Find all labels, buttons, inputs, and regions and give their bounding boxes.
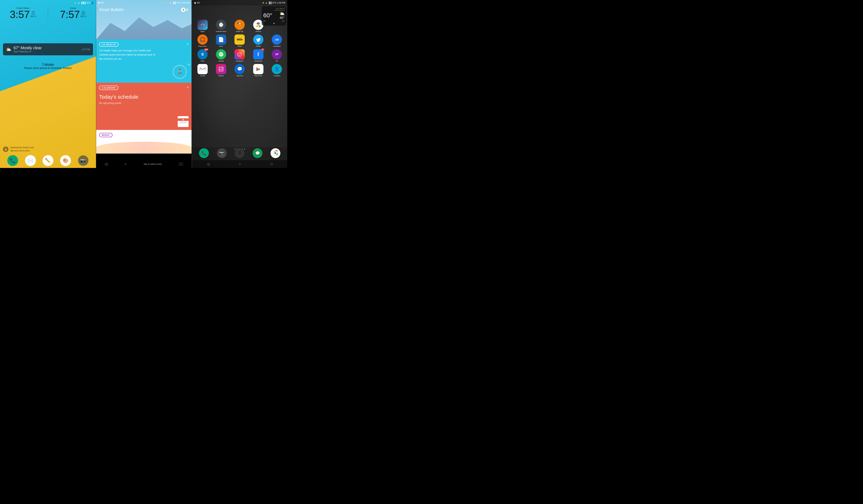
calendar-title: Today's schedule: [99, 94, 189, 100]
calendar-label: CALENDAR: [99, 86, 118, 90]
dock-messenger[interactable]: ⠿: [235, 148, 245, 158]
widget-rain: 🌧: [263, 23, 285, 24]
avatar-icon: 👤: [91, 2, 94, 4]
dock-camera-icon: 📷: [217, 148, 227, 158]
app-contacts[interactable]: 👤 Contacts: [268, 64, 286, 77]
contacts-icon: 👤: [272, 64, 282, 74]
spotify-label: Spotify: [218, 60, 224, 62]
app-slack[interactable]: Slack: [194, 20, 211, 33]
calendar-subtitle: No upcoming event: [99, 102, 189, 105]
clock-kr-date: MAY 9: [80, 15, 86, 17]
dock-hangouts[interactable]: 💬: [253, 148, 262, 158]
facebook-icon: f 3: [253, 49, 263, 60]
app-1weather[interactable]: 1W 1Weather: [268, 35, 286, 47]
dock-phone[interactable]: 📞: [7, 155, 18, 166]
app-android-wear[interactable]: ⌚ Android Wear: [212, 20, 230, 33]
field-trip-label: Field Trip: [236, 30, 243, 33]
home-time: 2:06 PM: [277, 2, 285, 4]
select-button[interactable]: ec: [179, 163, 183, 166]
clock-kr-ampm: AM: [80, 11, 86, 13]
hipchat-label: HipChat: [236, 75, 243, 77]
health-label: LG HEALTH: [99, 42, 118, 47]
dock-chrome[interactable]: [271, 148, 280, 158]
app-spotify[interactable]: Spotify: [212, 49, 230, 62]
widget-day-location: Sun. May 10 San Francisco: [263, 8, 285, 11]
play-store-icon: [253, 64, 263, 74]
home-bt-icon: ⚡: [262, 2, 265, 4]
home-button[interactable]: ○: [124, 162, 126, 166]
bulletin-nav: ◁ ○ Tap to select music ec: [96, 160, 191, 168]
app-facebook[interactable]: f 3 Facebook: [249, 49, 267, 62]
app-up[interactable]: UP UP: [268, 49, 286, 62]
home-back-btn[interactable]: ◁: [207, 162, 209, 166]
home-status-temp: 60°: [197, 2, 200, 4]
cal-menu-icon[interactable]: ≡: [187, 86, 189, 89]
signal-icon2: ▐▐: [172, 2, 176, 4]
facebook-badge: 3: [261, 49, 264, 51]
widget-weather-icon: ⛅: [279, 11, 285, 16]
clock-us-day: FRI: [30, 13, 36, 15]
smart-lock-notice[interactable]: 🔓 Unlocked by Smart Lock. Tap lock icon …: [3, 146, 34, 152]
play-store-label: Play Store: [254, 75, 262, 77]
dock-gallery[interactable]: 🎨: [60, 155, 71, 166]
bluetooth-icon: ⚡: [74, 2, 77, 4]
app-hipchat[interactable]: 💬 HipChat: [231, 64, 249, 77]
app-play-music[interactable]: 🎧 Play Music: [194, 35, 211, 47]
nine-label: Nine: [201, 60, 204, 62]
smart-lock-text: Unlocked by Smart Lock. Tap lock icon to…: [10, 146, 34, 152]
app-imdb[interactable]: IMDb IMDb: [231, 35, 249, 47]
svg-point-5: [239, 53, 240, 55]
home-home-btn[interactable]: ○: [239, 162, 241, 166]
bulletin-status-right: ⚡ ▲ ▐▐ 57% 2:05 PM: [166, 2, 189, 4]
calendar-icon: ▦: [178, 116, 189, 127]
widget-temp: 60°: [263, 12, 272, 19]
lg-health-card[interactable]: ≡ LG HEALTH LG Health helps you manage y…: [96, 39, 191, 83]
back-button[interactable]: ◁: [105, 162, 108, 166]
home-dock: 📞 📷 ⠿ 💬: [192, 146, 287, 160]
dock-email[interactable]: ✉️: [25, 155, 36, 166]
app-docs[interactable]: 📄 Docs: [212, 35, 230, 47]
widget-temp-range: 62° 51°: [263, 20, 285, 22]
dock-note[interactable]: ✏️: [42, 155, 53, 166]
dock-messenger-icon: ⠿: [235, 148, 245, 158]
carrier-message: Please return phone to Greenbot. Thanks!: [0, 66, 96, 69]
cal-icon-header: ▦: [178, 118, 189, 121]
dock-camera[interactable]: 📷: [78, 155, 89, 166]
weather-widget[interactable]: Sun. May 10 San Francisco 60° ⛅ 40° 62° …: [262, 6, 286, 26]
dock-camera[interactable]: 📷: [217, 148, 227, 158]
lock-status-icons: ⚡ ▲ ▐▐▐ 39% 👤: [74, 2, 94, 4]
calendar-card[interactable]: ≡ CALENDAR Today's schedule No upcoming …: [96, 83, 191, 130]
smart-bulletin-screen: 60° ⚡ ▲ ▐▐ 57% 2:05 PM Smart Bulletin 2 …: [96, 0, 192, 168]
weather-notification[interactable]: ⛅ 67° Mostly clear San Francisco 2:57 PM: [3, 43, 93, 55]
app-gallery[interactable]: Gallery: [212, 64, 230, 77]
runner-icon: 🏃: [176, 69, 183, 75]
settings-icon[interactable]: ⚙: [185, 8, 189, 12]
imdb-label: IMDb: [238, 45, 242, 47]
health-menu-icon[interactable]: ≡: [187, 42, 189, 46]
clock-kr-time: 7:57: [60, 9, 80, 20]
photo-icon: ▣: [194, 2, 196, 4]
dock-phone-icon: 📞: [199, 148, 209, 158]
weather-temp-text: 67° Mostly clear: [14, 46, 79, 50]
app-gmail[interactable]: Gmail: [194, 64, 211, 77]
docs-icon: 📄: [216, 35, 226, 45]
app-field-trip[interactable]: 🔭 Field Trip: [231, 20, 249, 33]
app-nine[interactable]: 9 198 Nine: [194, 49, 211, 62]
widget-low-alt: 40°: [279, 16, 285, 20]
weather-widget-inner: Sun. May 10 San Francisco 60° ⛅ 40° 62° …: [262, 6, 286, 26]
dock-phone[interactable]: 📞: [199, 148, 209, 158]
bulletin-content[interactable]: ≡ LG HEALTH LG Health helps you manage y…: [96, 39, 191, 168]
app-twitter[interactable]: Twitter: [249, 35, 267, 47]
clock-kr: Korea 7:57 AM SAT MAY 9: [60, 7, 86, 20]
field-trip-icon: 🔭: [235, 20, 245, 30]
music-label: MUSIC: [99, 133, 113, 137]
music-card[interactable]: MUSIC: [96, 130, 191, 154]
app-instagram[interactable]: Instagram: [231, 49, 249, 62]
clock-us-date: MAY 8: [30, 15, 36, 17]
clock-us-ampm: PM: [30, 11, 36, 13]
svg-point-7: [222, 68, 223, 68]
lock-icon[interactable]: 🔓: [3, 146, 9, 152]
gallery-label: Gallery: [218, 75, 224, 77]
home-recent-btn[interactable]: □: [271, 162, 273, 166]
app-play-store[interactable]: Play Store: [249, 64, 267, 77]
